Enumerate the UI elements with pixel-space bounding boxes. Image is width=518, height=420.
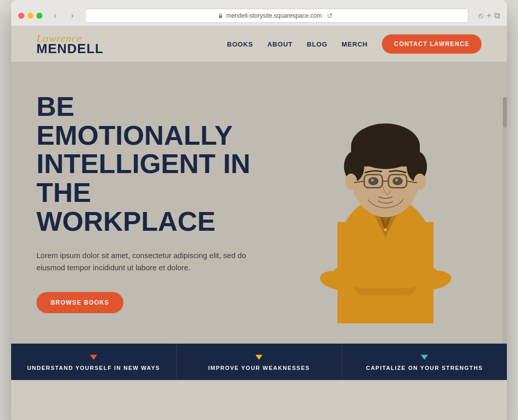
bottom-area xyxy=(11,380,507,420)
svg-point-20 xyxy=(414,174,426,190)
svg-point-29 xyxy=(395,179,398,182)
hero-description: Lorem ipsum dolor sit amet, consectetur … xyxy=(36,249,249,274)
feature-label-3: CAPITALIZE ON YOUR STRENGTHS xyxy=(366,365,483,371)
logo-bold: MENDELL xyxy=(36,42,104,55)
site-nav: BOOKS ABOUT BLOG MERCH CONTACT LAWRENCE xyxy=(227,34,482,54)
minimize-button[interactable] xyxy=(27,13,33,19)
nav-blog[interactable]: BLOG xyxy=(307,40,328,48)
feature-dot-3 xyxy=(421,355,428,360)
tabs-button[interactable]: ⧉ xyxy=(494,11,500,20)
contact-button[interactable]: CONTACT LAWRENCE xyxy=(382,34,482,54)
forward-button[interactable]: › xyxy=(66,10,79,21)
feature-item-2: IMPROVE YOUR WEAKNESSES xyxy=(177,344,342,380)
url-text: mendell-storysite.squarespace.com xyxy=(226,12,322,19)
features-bar: UNDERSTAND YOURSELF IN NEW WAYS IMPROVE … xyxy=(11,344,507,380)
share-button[interactable]: ⎋ xyxy=(479,11,484,20)
feature-item-1: UNDERSTAND YOURSELF IN NEW WAYS xyxy=(11,344,177,380)
nav-books[interactable]: BOOKS xyxy=(227,40,253,48)
feature-label-1: UNDERSTAND YOURSELF IN NEW WAYS xyxy=(27,365,160,371)
hero-content: BE EMOTIONALLY INTELLIGENT IN THE WORKPL… xyxy=(11,62,279,344)
headline-line1: BE EMOTIONALLY xyxy=(36,91,233,150)
site-header: Lawrence MENDELL BOOKS ABOUT BLOG MERCH … xyxy=(11,26,507,62)
svg-point-12 xyxy=(384,228,387,231)
address-bar[interactable]: mendell-storysite.squarespace.com ↺ xyxy=(85,9,468,23)
feature-dot-1 xyxy=(90,355,97,360)
browser-chrome: ‹ › mendell-storysite.squarespace.com ↺ … xyxy=(11,0,507,26)
nav-merch[interactable]: MERCH xyxy=(341,40,368,48)
svg-rect-0 xyxy=(219,15,222,18)
browser-window: ‹ › mendell-storysite.squarespace.com ↺ … xyxy=(11,0,507,420)
browser-actions: ⎋ + ⧉ xyxy=(479,11,500,20)
scrollbar-track[interactable] xyxy=(503,97,507,344)
browser-navigation: ‹ › xyxy=(49,10,79,21)
nav-about[interactable]: ABOUT xyxy=(267,40,292,48)
hero-section: BE EMOTIONALLY INTELLIGENT IN THE WORKPL… xyxy=(11,62,507,344)
feature-label-2: IMPROVE YOUR WEAKNESSES xyxy=(208,365,310,371)
browse-books-button[interactable]: BROWSE BOOKS xyxy=(36,292,123,313)
svg-point-19 xyxy=(345,174,357,190)
new-tab-button[interactable]: + xyxy=(487,11,491,20)
close-button[interactable] xyxy=(18,13,24,19)
reload-button[interactable]: ↺ xyxy=(325,11,335,21)
headline-line2: INTELLIGENT IN xyxy=(36,148,250,179)
maximize-button[interactable] xyxy=(36,13,42,19)
back-button[interactable]: ‹ xyxy=(49,10,62,21)
traffic-lights xyxy=(18,13,42,19)
feature-item-3: CAPITALIZE ON YOUR STRENGTHS xyxy=(342,344,507,380)
svg-point-28 xyxy=(371,179,374,182)
lock-icon xyxy=(218,13,223,19)
website-content: Lawrence MENDELL BOOKS ABOUT BLOG MERCH … xyxy=(11,26,507,420)
feature-dot-2 xyxy=(255,355,263,360)
headline-line3: THE WORKPLACE xyxy=(36,177,215,236)
svg-rect-9 xyxy=(353,273,418,288)
logo[interactable]: Lawrence MENDELL xyxy=(36,33,104,55)
scrollbar-thumb xyxy=(503,97,507,128)
hero-headline: BE EMOTIONALLY INTELLIGENT IN THE WORKPL… xyxy=(36,92,254,235)
